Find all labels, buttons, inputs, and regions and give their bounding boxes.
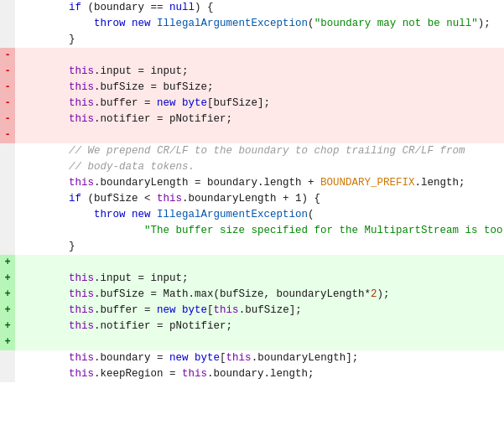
line-content-4: this.input = input; [15,64,504,80]
code-diff-container: if (boundary == null) { throw new Illega… [0,0,504,425]
line-content-14: "The buffer size specified for the Multi… [15,223,504,239]
diff-line-16: + [0,255,504,271]
line-content-7: this.notifier = pNotifier; [15,111,504,127]
line-gutter-20: + [0,319,15,334]
diff-line-6: - this.buffer = new byte[bufSize]; [0,96,504,111]
line-content-5: this.bufSize = bufSize; [15,80,504,96]
line-gutter-3: - [0,48,15,64]
line-content-21 [15,334,504,350]
diff-line-20: + this.notifier = pNotifier; [0,319,504,334]
line-gutter-1 [0,16,15,32]
line-content-22: this.boundary = new byte[this.boundaryLe… [15,350,504,366]
line-content-1: throw new IllegalArgumentException("boun… [15,16,504,32]
line-gutter-10 [0,159,15,175]
line-gutter-14 [0,223,15,239]
line-gutter-5: - [0,80,15,96]
line-content-16 [15,255,504,271]
line-gutter-17: + [0,271,15,287]
line-gutter-18: + [0,287,15,303]
line-content-23: this.keepRegion = this.boundary.length; [15,366,504,382]
diff-line-17: + this.input = input; [0,271,504,287]
line-gutter-2 [0,32,15,48]
diff-line-15: } [0,239,504,255]
diff-line-9: // We prepend CR/LF to the boundary to c… [0,143,504,159]
line-content-20: this.notifier = pNotifier; [15,319,504,334]
line-gutter-13 [0,207,15,223]
diff-line-0: if (boundary == null) { [0,0,504,16]
line-content-11: this.boundaryLength = boundary.length + … [15,175,504,191]
line-gutter-8: - [0,127,15,143]
line-gutter-0 [0,0,15,16]
diff-line-18: + this.bufSize = Math.max(bufSize, bound… [0,287,504,303]
diff-line-22: this.boundary = new byte[this.boundaryLe… [0,350,504,366]
diff-line-4: - this.input = input; [0,64,504,80]
line-content-18: this.bufSize = Math.max(bufSize, boundar… [15,287,504,303]
diff-line-11: this.boundaryLength = boundary.length + … [0,175,504,191]
line-gutter-12 [0,191,15,207]
diff-line-3: - [0,48,504,64]
line-gutter-11 [0,175,15,191]
line-content-19: this.buffer = new byte[this.bufSize]; [15,303,504,319]
diff-line-2: } [0,32,504,48]
line-content-12: if (bufSize < this.boundaryLength + 1) { [15,191,504,207]
line-gutter-4: - [0,64,15,80]
line-content-3 [15,48,504,64]
diff-line-10: // body-data tokens. [0,159,504,175]
line-gutter-15 [0,239,15,255]
diff-line-13: throw new IllegalArgumentException( [0,207,504,223]
line-content-15: } [15,239,504,255]
line-content-10: // body-data tokens. [15,159,504,175]
line-content-8 [15,127,504,143]
line-content-6: this.buffer = new byte[bufSize]; [15,96,504,111]
line-gutter-7: - [0,111,15,127]
line-gutter-16: + [0,255,15,271]
diff-line-19: + this.buffer = new byte[this.bufSize]; [0,303,504,319]
diff-line-7: - this.notifier = pNotifier; [0,111,504,127]
line-gutter-22 [0,350,15,366]
diff-line-21: + [0,334,504,350]
line-content-0: if (boundary == null) { [15,0,504,16]
diff-line-23: this.keepRegion = this.boundary.length; [0,366,504,382]
diff-line-8: - [0,127,504,143]
line-content-9: // We prepend CR/LF to the boundary to c… [15,143,504,159]
line-gutter-19: + [0,303,15,319]
line-gutter-21: + [0,334,15,350]
line-gutter-9 [0,143,15,159]
diff-line-14: "The buffer size specified for the Multi… [0,223,504,239]
line-content-2: } [15,32,504,48]
line-content-17: this.input = input; [15,271,504,287]
diff-line-12: if (bufSize < this.boundaryLength + 1) { [0,191,504,207]
line-content-13: throw new IllegalArgumentException( [15,207,504,223]
diff-line-5: - this.bufSize = bufSize; [0,80,504,96]
line-gutter-23 [0,366,15,382]
diff-line-1: throw new IllegalArgumentException("boun… [0,16,504,32]
line-gutter-6: - [0,96,15,111]
